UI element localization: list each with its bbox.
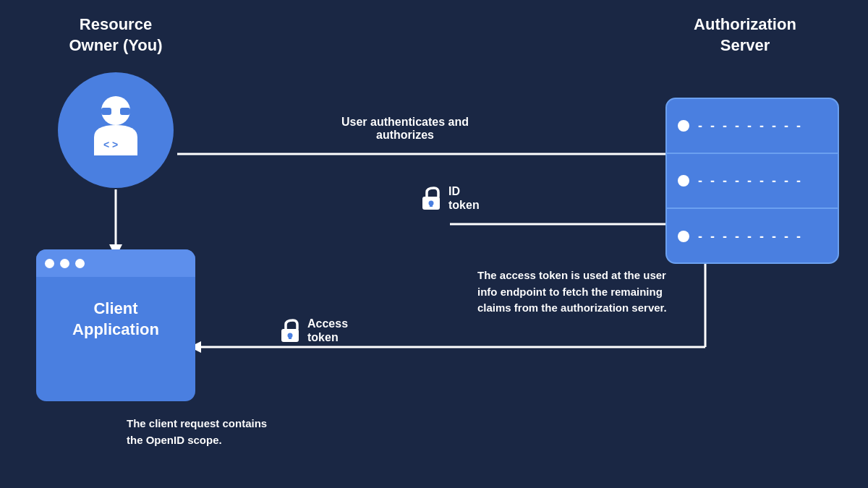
access-token-lock-icon: [278, 317, 302, 343]
auth-server-box: - - - - - - - - - - - - - - - - - - - - …: [665, 98, 839, 264]
access-token-area: Access token: [278, 317, 348, 344]
desc-openid: The client request contains the OpenID s…: [127, 416, 278, 448]
desc-access-token: The access token is used at the user inf…: [477, 267, 680, 317]
svg-rect-9: [101, 108, 111, 115]
auth-server-row-1: - - - - - - - - -: [667, 99, 838, 154]
user-icon: < >: [80, 90, 152, 170]
id-token-label: ID token: [448, 184, 480, 212]
titlebar-dot-2: [60, 259, 69, 268]
svg-text:< >: < >: [103, 139, 118, 150]
client-app-box: Client Application: [36, 249, 195, 401]
auth-dot-3: [678, 231, 689, 242]
auth-server-row-3: - - - - - - - - -: [667, 209, 838, 264]
diagram-container: Resource Owner (You) < > Client Applicat…: [0, 0, 868, 488]
auth-dashes-2: - - - - - - - - -: [698, 174, 803, 189]
resource-owner-label: Resource Owner (You): [43, 14, 188, 56]
client-app-titlebar: [36, 249, 195, 277]
svg-rect-10: [120, 108, 130, 115]
titlebar-dot-3: [75, 259, 85, 268]
svg-rect-18: [289, 335, 292, 339]
id-token-lock-icon: [420, 185, 443, 211]
client-app-label: Client Application: [36, 277, 195, 361]
auth-dot-2: [678, 175, 689, 187]
user-avatar: < >: [58, 72, 174, 188]
auth-server-label: Authorization Server: [665, 14, 825, 56]
titlebar-dot-1: [45, 259, 54, 268]
arrow-label-top: User authenticates and authorizes: [282, 116, 528, 142]
access-token-label: Access token: [307, 317, 348, 344]
auth-dashes-3: - - - - - - - - -: [698, 229, 803, 244]
auth-dashes-1: - - - - - - - - -: [698, 119, 803, 134]
auth-server-row-2: - - - - - - - - -: [667, 154, 838, 209]
id-token-area: ID token: [420, 184, 480, 212]
svg-rect-15: [430, 203, 433, 207]
auth-dot-1: [678, 120, 689, 132]
